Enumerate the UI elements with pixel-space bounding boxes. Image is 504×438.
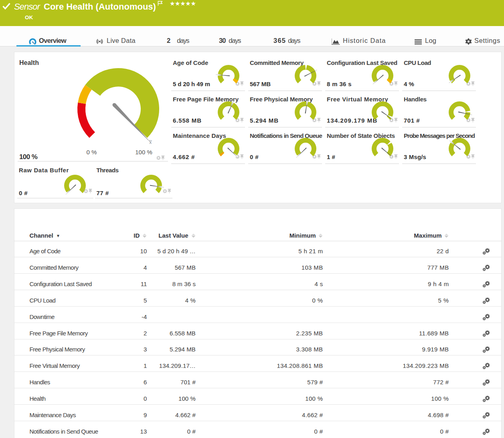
svg-text:x̅: x̅	[149, 139, 152, 145]
